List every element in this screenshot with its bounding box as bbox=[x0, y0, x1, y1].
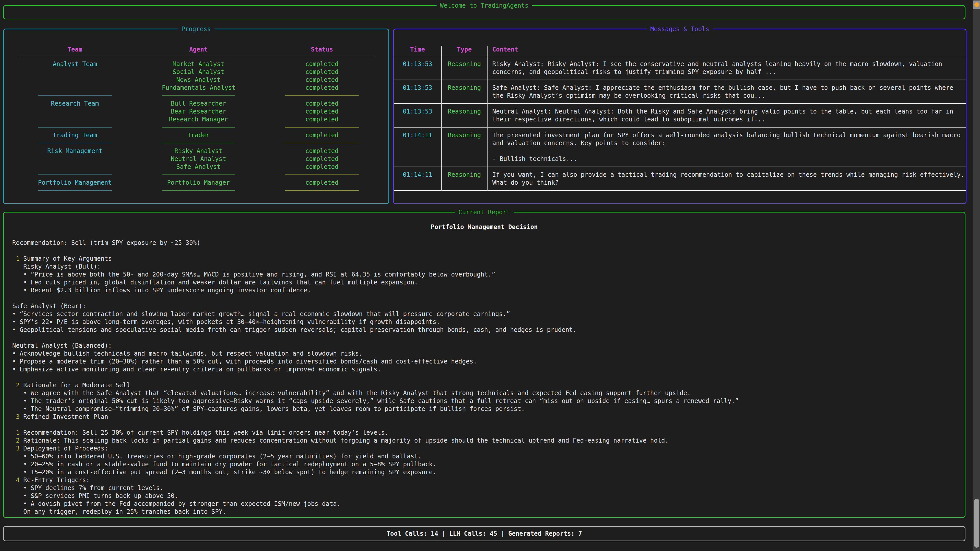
agent-cell: Market Analyst bbox=[162, 60, 235, 68]
report-line: 1 Recommendation: Sell 25–30% of current… bbox=[12, 429, 965, 437]
team-cell: Risk Management bbox=[38, 147, 112, 155]
agent-cell: Neutral Analyst bbox=[162, 155, 235, 163]
report-line: • SPY declines 7% from current levels. bbox=[12, 484, 965, 492]
progress-team-section: Risk ManagementRisky AnalystcompletedNeu… bbox=[4, 147, 388, 179]
report-line bbox=[12, 294, 965, 302]
report-text: • Acknowledge bullish technicals and mac… bbox=[12, 350, 363, 357]
report-text: Recommendation: Sell (trim SPY exposure … bbox=[12, 239, 200, 246]
message-row: 01:13:53ReasoningRisky Analyst: Risky An… bbox=[394, 60, 966, 76]
status-cell: completed bbox=[285, 68, 359, 76]
status-cell: completed bbox=[285, 116, 359, 124]
team-cell: Portfolio Management bbox=[38, 179, 112, 187]
progress-table-body: Analyst TeamMarket AnalystcompletedSocia… bbox=[4, 60, 388, 195]
progress-row: Fundamentals Analystcompleted bbox=[4, 84, 388, 92]
report-text: Recommendation: Sell 25–30% of current S… bbox=[23, 429, 388, 436]
message-time: 01:13:53 bbox=[394, 84, 441, 92]
report-line: • Acknowledge bullish technicals and mac… bbox=[12, 350, 965, 358]
progress-section-separator bbox=[4, 171, 388, 179]
list-number: 4 bbox=[12, 476, 23, 484]
list-number: 1 bbox=[12, 255, 23, 262]
report-text: • S&P services PMI turns back up above 5… bbox=[12, 492, 178, 499]
status-cell: completed bbox=[285, 108, 359, 116]
status-cell: completed bbox=[285, 147, 359, 155]
message-type: Reasoning bbox=[441, 84, 487, 92]
message-time: 01:13:53 bbox=[394, 60, 441, 68]
status-cell: completed bbox=[285, 163, 359, 171]
report-line: • “Services sector contraction and slowi… bbox=[12, 310, 965, 318]
progress-team-section: Analyst TeamMarket AnalystcompletedSocia… bbox=[4, 60, 388, 100]
team-cell bbox=[38, 155, 112, 163]
progress-team-section: Research TeamBull ResearchercompletedBea… bbox=[4, 100, 388, 131]
report-text: • “Services sector contraction and slowi… bbox=[12, 310, 510, 318]
list-number: 2 bbox=[12, 382, 23, 389]
team-column-separator bbox=[38, 190, 112, 191]
report-line bbox=[12, 421, 965, 429]
report-text: • SPY declines 7% from current levels. bbox=[12, 484, 163, 492]
report-text: • 20–25% in cash or a stable-value fund … bbox=[12, 461, 436, 468]
report-text: Risky Analyst (Bull): bbox=[12, 263, 101, 270]
agent-cell: Bear Researcher bbox=[162, 108, 235, 116]
team-cell bbox=[38, 76, 112, 84]
agent-cell: Safe Analyst bbox=[162, 163, 235, 171]
report-line: 4 Re-Entry Triggers: bbox=[12, 476, 965, 484]
messages-table-body: 01:13:53ReasoningRisky Analyst: Risky An… bbox=[394, 60, 966, 191]
report-text: • A dovish pivot from the Fed accompanie… bbox=[12, 500, 340, 507]
team-column-separator bbox=[38, 175, 112, 175]
column-header-status: Status bbox=[285, 46, 359, 54]
status-cell: completed bbox=[285, 131, 359, 139]
column-header-time: Time bbox=[394, 46, 441, 54]
team-cell bbox=[38, 84, 112, 92]
progress-row: Social Analystcompleted bbox=[4, 68, 388, 76]
progress-team-section: Trading TeamTradercompleted bbox=[4, 131, 388, 147]
message-row-separator bbox=[394, 167, 966, 167]
progress-row: Bear Researchercompleted bbox=[4, 108, 388, 116]
scrollbar-track[interactable] bbox=[974, 0, 980, 551]
report-text: • SPY’s 22× P/E is above long-term avera… bbox=[12, 318, 440, 326]
report-line: • 15–20% in a cost-effective put spread … bbox=[12, 468, 965, 476]
report-line bbox=[12, 373, 965, 381]
agent-column-separator bbox=[162, 95, 235, 96]
messages-table: Time Type Content 01:13:53ReasoningRisky… bbox=[394, 46, 966, 191]
column-header-agent: Agent bbox=[162, 46, 235, 54]
status-column-separator bbox=[285, 175, 359, 175]
report-panel-title: Current Report bbox=[455, 208, 514, 216]
message-row-separator bbox=[394, 190, 966, 191]
team-column-separator bbox=[38, 143, 112, 143]
report-text: • 50–60% into laddered U.S. Treasuries o… bbox=[12, 453, 422, 460]
report-line: Risky Analyst (Bull): bbox=[12, 263, 965, 271]
scrollbar-thumb[interactable] bbox=[974, 499, 979, 548]
report-text: • We agree with the Safe Analyst that “e… bbox=[12, 389, 691, 397]
report-line: • 50–60% into laddered U.S. Treasuries o… bbox=[12, 453, 965, 460]
agent-column-separator bbox=[162, 127, 235, 127]
message-row-separator bbox=[394, 103, 966, 104]
report-text: • Emphasize active monitoring and clear … bbox=[12, 366, 381, 373]
message-time: 01:14:11 bbox=[394, 171, 441, 179]
report-text: Re-Entry Triggers: bbox=[23, 476, 89, 484]
column-header-content: Content bbox=[487, 46, 966, 54]
progress-team-section: Portfolio ManagementPortfolio Managercom… bbox=[4, 179, 388, 195]
scrollbar-top-indicator bbox=[974, 0, 980, 9]
progress-row: Safe Analystcompleted bbox=[4, 163, 388, 171]
progress-header-row: Team Agent Status bbox=[4, 46, 388, 54]
report-line: • “Price is above both the 50- and 200-d… bbox=[12, 271, 965, 279]
message-time: 01:14:11 bbox=[394, 131, 441, 139]
report-line: • The Neutral compromise—“trimming 20–30… bbox=[12, 405, 965, 413]
report-line: • Emphasize active monitoring and clear … bbox=[12, 365, 965, 373]
column-header-type: Type bbox=[441, 46, 487, 54]
column-divider-time-type bbox=[441, 46, 442, 191]
report-text: • Recent $2.3 billion inflows into SPY u… bbox=[12, 287, 311, 294]
team-cell: Analyst Team bbox=[38, 60, 112, 68]
message-row-separator bbox=[394, 79, 966, 80]
message-row: 01:13:53ReasoningNeutral Analyst: Neutra… bbox=[394, 108, 966, 124]
report-line: • Geopolitical tensions and speculative … bbox=[12, 326, 965, 334]
progress-row: Analyst TeamMarket Analystcompleted bbox=[4, 60, 388, 68]
report-line: • Propose a moderate trim (20–30%) rathe… bbox=[12, 358, 965, 365]
report-text: • Geopolitical tensions and speculative … bbox=[12, 326, 576, 333]
welcome-banner: Welcome to TradingAgents bbox=[3, 5, 966, 19]
progress-row: Research Managercompleted bbox=[4, 116, 388, 124]
column-divider-type-content bbox=[487, 46, 488, 191]
agent-cell: Portfolio Manager bbox=[162, 179, 235, 187]
report-line bbox=[12, 334, 965, 342]
report-line: Recommendation: Sell (trim SPY exposure … bbox=[12, 239, 965, 247]
agent-column-separator bbox=[162, 143, 235, 143]
